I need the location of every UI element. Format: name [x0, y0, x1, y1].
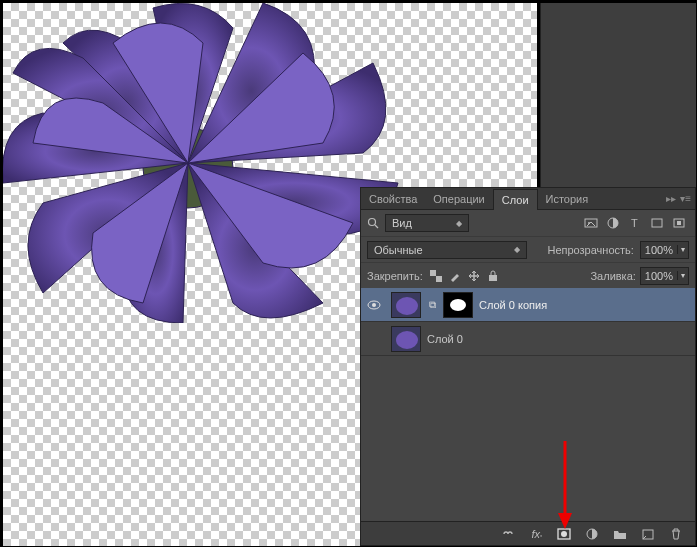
- add-mask-icon[interactable]: [557, 528, 573, 540]
- link-layers-icon[interactable]: [501, 528, 517, 540]
- layer-mask-thumbnail[interactable]: [443, 292, 473, 318]
- svg-point-15: [372, 303, 376, 307]
- svg-text:T: T: [631, 217, 638, 229]
- layer-name[interactable]: Слой 0 копия: [479, 299, 547, 311]
- layers-bottom-toolbar: fx▫: [361, 521, 695, 545]
- svg-point-1: [369, 219, 376, 226]
- svg-rect-9: [677, 221, 681, 225]
- visibility-toggle[interactable]: [367, 300, 385, 310]
- lock-transparency-icon[interactable]: [427, 268, 445, 284]
- delete-layer-icon[interactable]: [669, 528, 685, 540]
- tab-history[interactable]: История: [538, 189, 597, 209]
- fx-icon[interactable]: fx▫: [529, 528, 545, 540]
- filter-smart-icon[interactable]: [669, 214, 689, 232]
- panel-menu-icon[interactable]: ▾≡: [680, 193, 691, 204]
- blend-row: Обычные◆ Непрозрачность: 100%▾: [361, 236, 695, 262]
- lock-position-icon[interactable]: [465, 268, 483, 284]
- new-layer-icon[interactable]: [641, 528, 657, 540]
- svg-point-19: [396, 331, 418, 349]
- filter-pixel-icon[interactable]: [581, 214, 601, 232]
- group-icon[interactable]: [613, 528, 629, 540]
- blend-mode-select[interactable]: Обычные◆: [367, 241, 527, 259]
- svg-rect-7: [652, 219, 662, 227]
- layer-row[interactable]: ⧉ Слой 0 копия: [361, 288, 695, 322]
- opacity-label: Непрозрачность:: [547, 244, 633, 256]
- svg-point-17: [396, 297, 418, 315]
- lock-pixels-icon[interactable]: [446, 268, 464, 284]
- opacity-input[interactable]: 100%▾: [640, 241, 689, 259]
- collapse-icon[interactable]: ▸▸: [666, 193, 676, 204]
- mask-link-icon[interactable]: ⧉: [427, 299, 437, 311]
- lock-label: Закрепить:: [367, 270, 423, 282]
- filter-type-select[interactable]: Вид◆: [385, 214, 469, 232]
- adjustment-layer-icon[interactable]: [585, 528, 601, 540]
- svg-point-21: [561, 531, 567, 537]
- svg-rect-13: [489, 275, 497, 281]
- layers-panel: Свойства Операции Слои История ▸▸ ▾≡ Вид…: [360, 187, 696, 546]
- layer-thumbnail[interactable]: [391, 326, 421, 352]
- panel-tabs: Свойства Операции Слои История ▸▸ ▾≡: [361, 188, 695, 210]
- tab-properties[interactable]: Свойства: [361, 189, 425, 209]
- tab-actions[interactable]: Операции: [425, 189, 492, 209]
- lock-row: Закрепить: Заливка: 100%▾: [361, 262, 695, 288]
- search-icon: [367, 217, 379, 229]
- lock-all-icon[interactable]: [484, 268, 502, 284]
- layer-filter-row: Вид◆ T: [361, 210, 695, 236]
- svg-rect-11: [430, 270, 436, 276]
- tab-layers[interactable]: Слои: [493, 189, 538, 210]
- side-panel-empty: [540, 3, 696, 187]
- svg-rect-3: [585, 219, 597, 227]
- filter-shape-icon[interactable]: [647, 214, 667, 232]
- filter-adjust-icon[interactable]: [603, 214, 623, 232]
- fill-input[interactable]: 100%▾: [640, 267, 689, 285]
- svg-rect-12: [436, 276, 442, 282]
- layer-thumbnail[interactable]: [391, 292, 421, 318]
- layers-list: ⧉ Слой 0 копия Слой 0: [361, 288, 695, 356]
- filter-type-icon[interactable]: T: [625, 214, 645, 232]
- layer-name[interactable]: Слой 0: [427, 333, 463, 345]
- fill-label: Заливка:: [590, 270, 635, 282]
- canvas-image-flower: [3, 3, 403, 323]
- svg-line-2: [375, 225, 378, 228]
- layer-row[interactable]: Слой 0: [361, 322, 695, 356]
